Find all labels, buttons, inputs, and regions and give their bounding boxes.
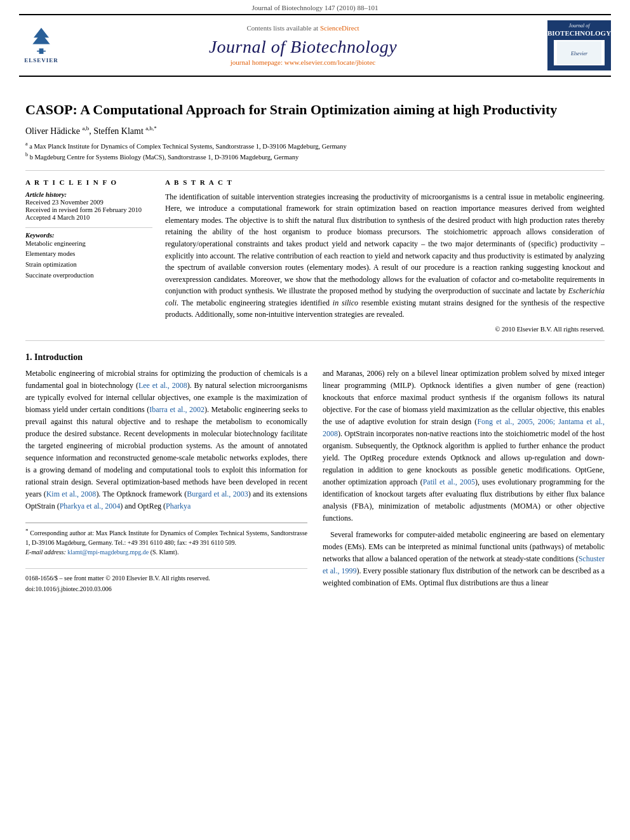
affiliations: a a Max Planck Institute for Dynamics of…: [25, 140, 605, 163]
info-abstract-section: A R T I C L E I N F O Article history: R…: [25, 178, 605, 333]
biotech-logo-image: Elsevier: [554, 40, 605, 65]
keyword-2: Elementary modes: [25, 249, 152, 260]
ref-kim2008[interactable]: Kim et al., 2008: [46, 490, 97, 498]
ref-schuster1999[interactable]: Schuster et al., 1999: [323, 554, 605, 575]
elsevier-label: ELSEVIER: [24, 57, 58, 63]
issn-line: 0168-1656/$ – see front matter © 2010 El…: [25, 573, 307, 583]
ref-pharkya2004[interactable]: Pharkya et al., 2004: [60, 502, 121, 510]
affil-b: b b Magdeburg Centre for Systems Biology…: [25, 151, 605, 162]
keyword-4: Succinate overproduction: [25, 270, 152, 281]
ref-patil2005[interactable]: Patil et al., 2005: [423, 477, 475, 486]
journal-header-center: Contents lists available at ScienceDirec…: [64, 20, 542, 70]
homepage-url[interactable]: www.elsevier.com/locate/jbiotec: [285, 58, 375, 66]
intro-section-title: 1. Introduction: [25, 352, 605, 363]
copyright-line: © 2010 Elsevier B.V. All rights reserved…: [165, 326, 605, 333]
top-reference-bar: Journal of Biotechnology 147 (2010) 88–1…: [0, 0, 630, 14]
email-link[interactable]: klamt@mpi-magdeburg.mpg.de: [67, 549, 149, 556]
footnote-email: E-mail address: klamt@mpi-magdeburg.mpg.…: [25, 547, 307, 557]
contents-line: Contents lists available at ScienceDirec…: [64, 24, 542, 32]
intro-body-columns: Metabolic engineering of microbial strai…: [25, 368, 605, 594]
biotech-title-top: Journal of: [568, 23, 589, 29]
footnote-area: * Corresponding author at: Max Planck In…: [25, 523, 307, 557]
ref-burgard2003[interactable]: Burgard et al., 2003: [187, 490, 248, 498]
journal-homepage: journal homepage: www.elsevier.com/locat…: [64, 58, 542, 66]
intro-right-p2: Several frameworks for computer-aided me…: [323, 529, 605, 589]
affil-a: a a Max Planck Institute for Dynamics of…: [25, 140, 605, 151]
keyword-1: Metabolic engineering: [25, 239, 152, 250]
abstract-heading: A B S T R A C T: [165, 178, 605, 186]
ref-lee2008[interactable]: Lee et al., 2008: [138, 381, 187, 390]
authors-line: Oliver Hädicke a,b, Steffen Klamt a,b,*: [25, 125, 605, 137]
affil-super-b: a,b,*: [145, 125, 157, 131]
doi-line: doi:10.1016/j.jbiotec.2010.03.006: [25, 583, 307, 594]
journal-reference: Journal of Biotechnology 147 (2010) 88–1…: [252, 4, 379, 11]
page-wrapper: Journal of Biotechnology 147 (2010) 88–1…: [0, 0, 630, 607]
journal-title: Journal of Biotechnology: [64, 37, 542, 57]
keyword-3: Strain optimization: [25, 260, 152, 270]
elsevier-tree-icon: [26, 27, 57, 57]
biotech-title-main: BIOTECHNOLOGY: [547, 29, 611, 37]
history-title: Article history:: [25, 191, 152, 198]
svg-text:Elsevier: Elsevier: [570, 51, 588, 57]
keywords-title: Keywords:: [25, 232, 152, 239]
ref-fong2005[interactable]: Fong et al., 2005, 2006; Jantama et al.,…: [323, 417, 605, 438]
sciencedirect-link[interactable]: ScienceDirect: [320, 24, 359, 32]
journal-header: ELSEVIER Contents lists available at Sci…: [19, 14, 611, 77]
intro-left-p1: Metabolic engineering of microbial strai…: [25, 368, 307, 512]
article-history: Article history: Received 23 November 20…: [25, 191, 152, 221]
accepted-date: Accepted 4 March 2010: [25, 214, 152, 221]
ref-pharkya2[interactable]: Pharkya: [166, 502, 191, 510]
received-date: Received 23 November 2009: [25, 199, 152, 206]
abstract-text: The identification of suitable intervent…: [165, 191, 605, 321]
article-info-column: A R T I C L E I N F O Article history: R…: [25, 178, 152, 333]
main-content: CASOP: A Computational Approach for Stra…: [0, 77, 630, 607]
abstract-column: A B S T R A C T The identification of su…: [165, 178, 605, 333]
affil-super-a: a,b: [82, 125, 89, 131]
intro-right-p1: and Maranas, 2006) rely on a bilevel lin…: [323, 368, 605, 524]
article-info-heading: A R T I C L E I N F O: [25, 178, 152, 186]
article-title: CASOP: A Computational Approach for Stra…: [25, 101, 605, 119]
revised-date: Received in revised form 26 February 201…: [25, 206, 152, 213]
intro-col-right: and Maranas, 2006) rely on a bilevel lin…: [323, 368, 605, 594]
keywords-list: Metabolic engineering Elementary modes S…: [25, 239, 152, 281]
keywords-section: Keywords: Metabolic engineering Elementa…: [25, 227, 152, 281]
ref-ibarra2002[interactable]: Ibarra et al., 2002: [149, 405, 204, 414]
biotech-logo-svg: Elsevier: [557, 41, 601, 64]
divider-2: [25, 340, 605, 341]
biotechnology-logo: Journal of BIOTECHNOLOGY Elsevier: [547, 20, 611, 70]
elsevier-logo: ELSEVIER: [19, 20, 64, 70]
intro-col-left: Metabolic engineering of microbial strai…: [25, 368, 307, 594]
divider-1: [25, 170, 605, 171]
bottom-info: 0168-1656/$ – see front matter © 2010 El…: [25, 568, 307, 594]
svg-marker-2: [32, 34, 50, 44]
svg-rect-3: [37, 51, 46, 52]
footnote-star: * Corresponding author at: Max Planck In…: [25, 527, 307, 547]
